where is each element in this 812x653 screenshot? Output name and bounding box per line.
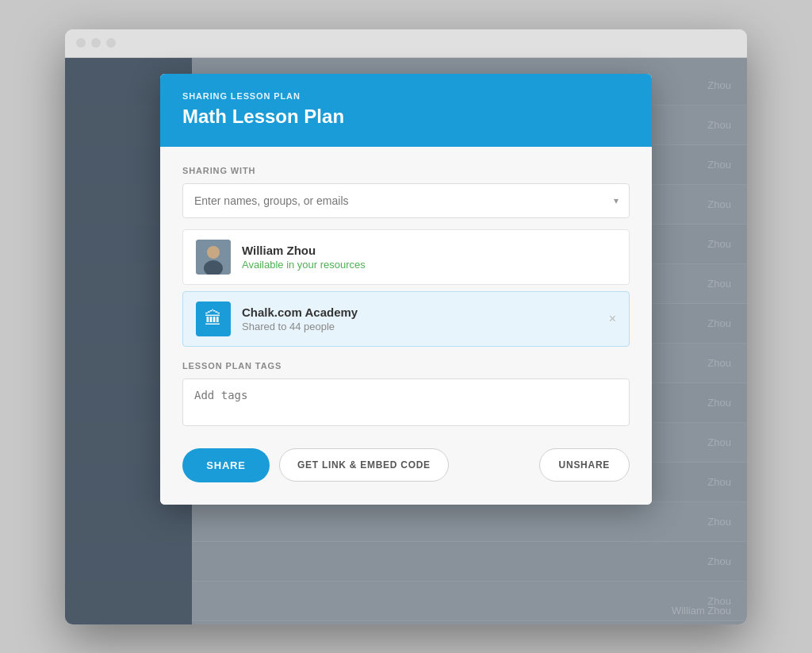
person-avatar-svg [196,240,231,275]
share-row-william-zhou: William Zhou Available in your resources [182,229,630,285]
traffic-lights [76,38,116,48]
institution-icon: 🏛 [205,309,222,329]
share-button[interactable]: SHARE [182,448,270,482]
traffic-light-close[interactable] [76,38,86,48]
tags-section: LESSON PLAN TAGS [182,361,630,429]
avatar-william-zhou [196,240,231,275]
window-content: Zhou Zhou Zhou Zhou Zhou Zhou Zhou Zhou … [65,58,747,624]
tags-label: LESSON PLAN TAGS [182,361,630,371]
get-link-button[interactable]: GET LINK & EMBED CODE [279,448,449,482]
share-row-name-william: William Zhou [242,244,616,257]
modal-overlay: SHARING LESSON PLAN Math Lesson Plan SHA… [65,58,747,624]
svg-point-1 [207,246,220,259]
title-bar [65,29,747,58]
traffic-light-maximize[interactable] [106,38,116,48]
traffic-light-minimize[interactable] [91,38,101,48]
share-row-info-chalk: Chalk.com Academy Shared to 44 people [242,305,616,332]
unshare-button[interactable]: UNSHARE [539,448,630,482]
window-chrome: Zhou Zhou Zhou Zhou Zhou Zhou Zhou Zhou … [65,29,747,624]
tags-input[interactable] [182,378,630,426]
sharing-input-wrapper: ▾ [182,183,630,218]
modal-body: SHARING WITH ▾ [160,147,652,505]
share-row-status-chalk: Shared to 44 people [242,321,616,332]
avatar-chalk-academy: 🏛 [196,302,231,336]
sharing-with-label: SHARING WITH [182,166,630,175]
modal-title: Math Lesson Plan [182,106,630,128]
share-row-info-william: William Zhou Available in your resources [242,244,616,271]
modal-header: SHARING LESSON PLAN Math Lesson Plan [160,74,652,147]
share-row-name-chalk: Chalk.com Academy [242,305,616,319]
modal-subtitle: SHARING LESSON PLAN [182,91,630,101]
share-row-status-william: Available in your resources [242,259,616,271]
modal-actions: SHARE GET LINK & EMBED CODE UNSHARE [182,448,630,482]
share-row-chalk-academy: 🏛 Chalk.com Academy Shared to 44 people … [182,291,630,347]
remove-chalk-button[interactable]: × [609,312,616,326]
share-modal: SHARING LESSON PLAN Math Lesson Plan SHA… [160,74,652,505]
sharing-input[interactable] [182,183,630,218]
